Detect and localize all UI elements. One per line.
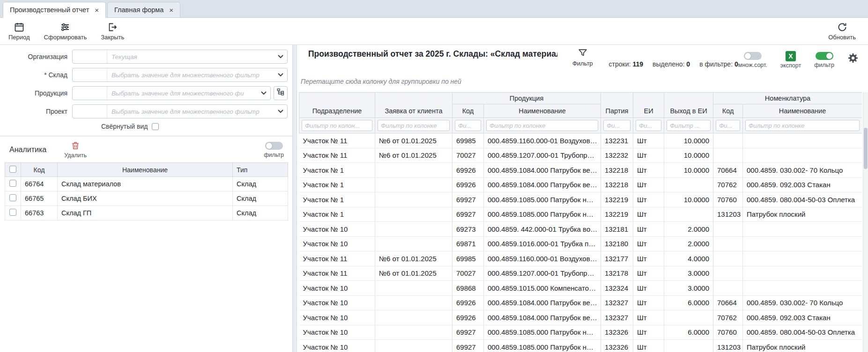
scrollbar-thumb[interactable] bbox=[864, 128, 868, 169]
cell-product-name: 000.4859.1085.000 Патрубок н… bbox=[484, 325, 601, 340]
delete-button[interactable]: Удалить bbox=[64, 141, 87, 159]
row-checkbox[interactable] bbox=[9, 209, 16, 216]
chevron-down-icon[interactable] bbox=[274, 110, 287, 113]
chevron-down-icon[interactable] bbox=[274, 73, 287, 77]
analytics-col-name[interactable]: Наименование bbox=[58, 163, 233, 177]
filter-input-output[interactable] bbox=[667, 120, 711, 131]
col-output[interactable]: Выход в ЕИ bbox=[664, 93, 713, 118]
settings-button[interactable] bbox=[847, 52, 859, 66]
cell-product-name: 000.4859.1084.000 Патрубок ве… bbox=[484, 310, 601, 325]
table-row[interactable]: Участок № 169927000.4859.1085.000 Патруб… bbox=[299, 192, 862, 207]
period-button[interactable]: Период bbox=[8, 22, 30, 41]
multisort-toggle[interactable] bbox=[744, 52, 762, 60]
analytics-header: Аналитика Удалить фильтр bbox=[0, 136, 292, 161]
group-production[interactable]: Продукция bbox=[453, 93, 601, 104]
filter-input-product-name[interactable] bbox=[486, 120, 598, 131]
col-client-order[interactable]: Заявка от клиента bbox=[375, 93, 453, 118]
export-group: X экспорт bbox=[780, 51, 801, 69]
cell-batch: 132327 bbox=[601, 295, 633, 310]
select-value-segment bbox=[73, 105, 107, 118]
cell-nomen-code: 70760 bbox=[713, 325, 743, 340]
product-hierarchy-button[interactable] bbox=[274, 86, 288, 100]
table-row[interactable]: Участок № 11№6 от 01.01.202570027000.485… bbox=[299, 148, 862, 163]
cell-product-name: 000.4859.1160.000-01 Воздухов… bbox=[484, 251, 601, 266]
row-checkbox[interactable] bbox=[9, 194, 16, 201]
rows-stat: строки:119 bbox=[609, 60, 643, 68]
table-row[interactable]: Участок № 169926000.4859.1084.000 Патруб… bbox=[299, 177, 862, 192]
cell-product-code: 69927 bbox=[453, 207, 484, 222]
table-row[interactable]: Участок № 1069926000.4859.1084.000 Патру… bbox=[299, 295, 862, 310]
organization-select[interactable]: Текущая bbox=[72, 50, 288, 64]
cell-batch: 132324 bbox=[601, 281, 633, 296]
vertical-scrollbar[interactable] bbox=[863, 92, 868, 352]
cell-batch: 132326 bbox=[601, 340, 633, 352]
table-row[interactable]: Участок № 11№6 от 01.01.202569985000.485… bbox=[299, 251, 862, 266]
cell-nomen-code bbox=[713, 148, 743, 163]
analytics-col-code[interactable]: Код bbox=[21, 163, 58, 177]
col-nomen-code[interactable]: Код bbox=[713, 104, 743, 118]
filter-toggle-group: фильтр bbox=[814, 52, 834, 68]
col-batch[interactable]: Партия bbox=[601, 93, 633, 118]
tab-production-report[interactable]: Производственный отчет × bbox=[3, 2, 106, 18]
warehouse-placeholder: Выбрать значение для множественного филь… bbox=[107, 72, 274, 79]
table-row[interactable]: Участок № 1069926000.4859.1084.000 Патру… bbox=[299, 310, 862, 325]
table-row[interactable]: Участок № 1069927000.4859.1085.000 Патру… bbox=[299, 340, 862, 352]
filter-input-division[interactable] bbox=[302, 120, 372, 131]
generate-button[interactable]: Сформировать bbox=[44, 22, 87, 41]
table-row[interactable]: Участок № 11№6 от 01.01.202570027000.485… bbox=[299, 266, 862, 281]
cell-batch: 132218 bbox=[601, 177, 633, 192]
filter-button[interactable]: Фильтр bbox=[572, 48, 593, 67]
chevron-down-icon[interactable] bbox=[257, 91, 270, 95]
table-row[interactable]: Участок № 11№6 от 01.01.202569985000.485… bbox=[299, 133, 862, 148]
close-tab-icon[interactable]: × bbox=[95, 7, 99, 14]
filters-panel: Организация Текущая * Склад Выбрать знач… bbox=[0, 45, 292, 352]
product-select[interactable]: Выбрать значение для множественного фи bbox=[72, 86, 271, 100]
group-nomenclature[interactable]: Номенклатура bbox=[713, 93, 862, 104]
col-nomen-name[interactable]: Наименование bbox=[743, 104, 862, 118]
cell-nomen-code: 131203 bbox=[713, 207, 743, 222]
analytics-row[interactable]: 66765Склад БИХСклад bbox=[5, 191, 288, 206]
cell-unit: Шт bbox=[633, 163, 664, 178]
cell-unit: Шт bbox=[633, 310, 664, 325]
col-division[interactable]: Подразделение bbox=[299, 93, 375, 118]
analytics-filter-toggle[interactable] bbox=[265, 142, 283, 150]
filter-toggle[interactable] bbox=[816, 52, 833, 60]
tab-main-form[interactable]: Главная форма × bbox=[107, 2, 180, 18]
col-product-code[interactable]: Код bbox=[453, 104, 484, 118]
analytics-row[interactable]: 66764Склад материаловСклад bbox=[5, 177, 288, 191]
warehouse-select[interactable]: Выбрать значение для множественного филь… bbox=[72, 68, 288, 82]
cell-batch: 132178 bbox=[601, 266, 633, 281]
panel-splitter[interactable] bbox=[292, 45, 297, 352]
table-row[interactable]: Участок № 1069871000.4859.1016.000-01 Тр… bbox=[299, 236, 862, 251]
table-row[interactable]: Участок № 1069273000.4859. 442.000-01 Тр… bbox=[299, 222, 862, 237]
analytics-header-row: Код Наименование Тип bbox=[5, 163, 288, 177]
tab-label: Главная форма bbox=[114, 6, 163, 14]
group-by-hint[interactable]: Перетащите сюда колонку для группировки … bbox=[301, 78, 461, 85]
collapsed-view-checkbox[interactable] bbox=[152, 123, 159, 130]
chevron-down-icon[interactable] bbox=[274, 55, 287, 59]
close-report-button[interactable]: Закрыть bbox=[101, 22, 124, 41]
row-checkbox[interactable] bbox=[9, 180, 16, 187]
refresh-button[interactable]: Обновить bbox=[828, 22, 856, 41]
table-row[interactable]: Участок № 1069868000.4859.1015.000 Компе… bbox=[299, 281, 862, 296]
cell-client-order bbox=[375, 207, 453, 222]
analytics-col-type[interactable]: Тип bbox=[233, 163, 288, 177]
filter-input-client-order[interactable] bbox=[378, 120, 450, 131]
project-select[interactable]: Выбрать значение для множественного филь… bbox=[72, 104, 288, 118]
cell-product-code: 70027 bbox=[453, 266, 484, 281]
col-unit[interactable]: ЕИ bbox=[633, 93, 664, 118]
table-row[interactable]: Участок № 1069927000.4859.1085.000 Патру… bbox=[299, 325, 862, 340]
cell-nomen-code bbox=[713, 133, 743, 148]
table-row[interactable]: Участок № 169927000.4859.1085.000 Патруб… bbox=[299, 207, 862, 222]
excel-export-icon[interactable]: X bbox=[786, 51, 796, 61]
select-all-checkbox[interactable] bbox=[9, 166, 16, 173]
col-product-name[interactable]: Наименование bbox=[484, 104, 601, 118]
close-tab-icon[interactable]: × bbox=[169, 7, 173, 14]
filter-input-batch[interactable] bbox=[603, 120, 631, 131]
filter-input-nomen-code[interactable] bbox=[716, 120, 740, 131]
filter-input-unit[interactable] bbox=[636, 120, 661, 131]
filter-input-nomen-name[interactable] bbox=[745, 120, 860, 131]
filter-input-product-code[interactable] bbox=[455, 120, 481, 131]
analytics-row[interactable]: 66763Склад ГПСклад bbox=[5, 206, 288, 220]
table-row[interactable]: Участок № 169926000.4859.1084.000 Патруб… bbox=[299, 163, 862, 178]
